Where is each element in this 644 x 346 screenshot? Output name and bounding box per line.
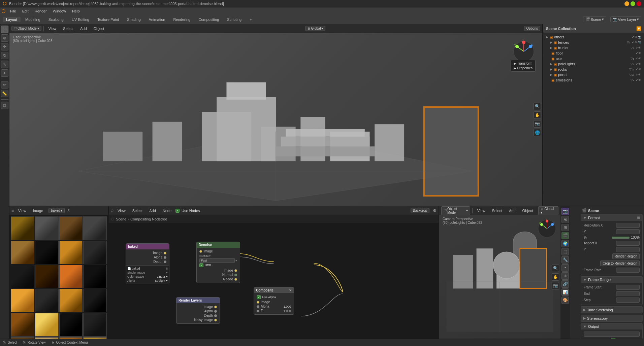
vis-eye-trunks[interactable]: 👁 (638, 46, 641, 49)
baked-colorspace-val[interactable]: Linear ▾ (157, 275, 168, 278)
vis-check-others[interactable]: ✔ (632, 35, 635, 39)
file-extensions-checkbox[interactable]: ✔ (611, 338, 615, 339)
thumb-18[interactable] (35, 313, 59, 337)
socket-baked-alpha-out[interactable] (164, 256, 166, 259)
prop-tab-modifier[interactable]: 🔧 (561, 256, 569, 264)
transform-tool-button[interactable]: ⌖ (1, 69, 8, 77)
scale-tool-button[interactable]: ⤡ (1, 61, 8, 68)
node-toolbar-icon-1[interactable]: ⚙ (433, 208, 437, 213)
prop-tab-output[interactable]: 🖨 (561, 216, 569, 223)
prop-tab-particles[interactable]: • (561, 264, 569, 272)
thumb-5[interactable] (11, 241, 34, 264)
thumb-11[interactable] (59, 265, 83, 288)
thumb-12[interactable] (83, 265, 107, 288)
collection-floor[interactable]: ▣ floor ✔ 👁 (549, 50, 643, 56)
tab-modeling[interactable]: Modeling (22, 17, 44, 22)
view-tool-4[interactable]: 🌐 (534, 129, 541, 136)
collection-emissions[interactable]: ▣ emissions ▽₃ ✔ 👁 (549, 77, 643, 83)
viewport-view-menu[interactable]: View (46, 26, 59, 31)
resolution-y-input[interactable]: 4096 px (616, 229, 640, 234)
vis-check-polelights[interactable]: ✔ (636, 62, 638, 66)
tab-texture-paint[interactable]: Texture Paint (94, 17, 122, 22)
options-button[interactable]: Options (524, 26, 540, 31)
hdr-checkbox[interactable]: ✔ (199, 263, 203, 267)
crop-render-button[interactable]: Crop to Render Region (600, 261, 640, 266)
backdrop-button[interactable]: Backdrop (411, 208, 429, 213)
thumb-19[interactable] (59, 313, 83, 337)
select-tool-button[interactable]: ⬚ (1, 26, 8, 33)
image-image-menu[interactable]: Image (30, 208, 46, 213)
tab-uv-editing[interactable]: UV Editing (68, 17, 93, 22)
cam-global-selector[interactable]: ⊕ Global ▾ (538, 206, 558, 215)
socket-composite-image-in[interactable] (257, 301, 259, 304)
aspect-x-input[interactable]: 1.000 (616, 241, 640, 246)
tab-shading[interactable]: Shading (124, 17, 144, 22)
frame-step-input[interactable]: 1 (616, 298, 640, 303)
add-cube-button[interactable]: □ (1, 102, 8, 109)
prop-tab-material[interactable]: 🎨 (561, 297, 569, 304)
prop-tab-scene[interactable]: 🎬 (561, 232, 569, 239)
cam-view-menu[interactable]: View (475, 208, 488, 213)
vis-eye-others[interactable]: 👁 (635, 35, 638, 39)
vis-check-portal[interactable]: ✔ (636, 73, 638, 76)
cam-tool-3[interactable]: 📷 (552, 282, 559, 289)
vis-check-trunks[interactable]: ✔ (636, 46, 638, 49)
prop-tab-physics[interactable]: ⚛ (561, 272, 569, 280)
cam-add-menu[interactable]: Add (506, 208, 518, 213)
camera-canvas[interactable]: Camera Perspective (60) poleLights | Cub… (439, 215, 560, 339)
node-view-menu[interactable]: View (115, 208, 128, 213)
transform-space-selector[interactable]: ⊕ Global ▾ (305, 26, 325, 31)
prop-tab-object[interactable]: ⬚ (561, 248, 569, 255)
properties-button[interactable]: ▶ Properties (514, 66, 533, 70)
view-tool-2[interactable]: ✋ (534, 111, 541, 119)
vis-cam-others[interactable]: 📷 (638, 35, 641, 39)
thumb-21[interactable] (11, 337, 34, 339)
thumb-14[interactable] (35, 289, 59, 312)
collection-axe[interactable]: ▣ axe ▽₂ ✔ 👁 (549, 56, 643, 61)
thumb-13[interactable] (11, 289, 34, 312)
node-add-menu[interactable]: Add (147, 208, 159, 213)
prop-tab-view-layer[interactable]: ⊞ (561, 224, 569, 231)
frame-rate-input[interactable]: 24 fps (616, 268, 640, 273)
collection-portal[interactable]: ▶ ▣ portal ▽₁₆ ✔ 👁 (549, 72, 643, 77)
collection-trunks[interactable]: ▶ ▣ trunks ▽₈ ✔ 👁 (549, 45, 643, 50)
vis-eye-portal[interactable]: 👁 (638, 73, 641, 76)
view-tool-1[interactable]: 🔍 (534, 103, 541, 110)
prop-tab-world[interactable]: 🌍 (561, 240, 569, 247)
thumb-4[interactable] (83, 216, 107, 240)
viewport-object-menu[interactable]: Object (91, 26, 107, 31)
thumb-6[interactable] (35, 241, 59, 264)
vis-eye-floor[interactable]: 👁 (638, 51, 641, 55)
thumb-16[interactable] (83, 289, 107, 312)
image-name-selector[interactable]: baked ▾ (49, 208, 65, 213)
composite-close[interactable]: ✕ (289, 289, 292, 292)
render-region-button[interactable]: Render Region (612, 253, 640, 259)
fast-label[interactable]: Fast (199, 258, 235, 263)
cam-tool-2[interactable]: ✋ (552, 273, 559, 281)
vis-check-floor[interactable]: ✔ (636, 51, 638, 55)
vis-check-rocks[interactable]: ✔ (636, 68, 638, 71)
tab-sculpting[interactable]: Sculpting (45, 17, 67, 22)
cam-select-menu[interactable]: Select (489, 208, 505, 213)
node-composite[interactable]: Composite ✕ ✔ Use Alpha Image (254, 287, 294, 315)
menu-edit[interactable]: Edit (20, 8, 31, 14)
cam-tool-1[interactable]: 🔍 (552, 265, 559, 272)
annotate-tool-button[interactable]: ✏ (1, 81, 8, 89)
close-button[interactable] (637, 1, 641, 6)
node-canvas[interactable]: baked Image Alpha Depth (109, 223, 439, 339)
thumb-9[interactable] (11, 265, 34, 288)
viewport-select-menu[interactable]: Select (60, 26, 76, 31)
thumb-2[interactable] (35, 216, 59, 240)
viewport-canvas[interactable]: User Perspective (60) poleLights | Cube.… (9, 33, 542, 206)
vis-cam-fences[interactable]: 📷 (638, 41, 641, 44)
socket-rl-depth[interactable] (214, 314, 217, 317)
filter-icon[interactable]: 🔽 (636, 26, 641, 31)
scene-selector[interactable]: 🎬 Scene ▾ (583, 16, 606, 22)
move-tool-button[interactable]: ✛ (1, 43, 8, 50)
node-denoise[interactable]: Denoise Image Prefilter: (196, 242, 240, 283)
thumb-3[interactable] (59, 216, 83, 240)
socket-baked-image-out[interactable] (164, 252, 166, 254)
socket-rl-alpha[interactable] (214, 310, 217, 313)
socket-rl-image[interactable] (214, 306, 217, 308)
socket-denoise-image-out[interactable] (234, 269, 237, 272)
